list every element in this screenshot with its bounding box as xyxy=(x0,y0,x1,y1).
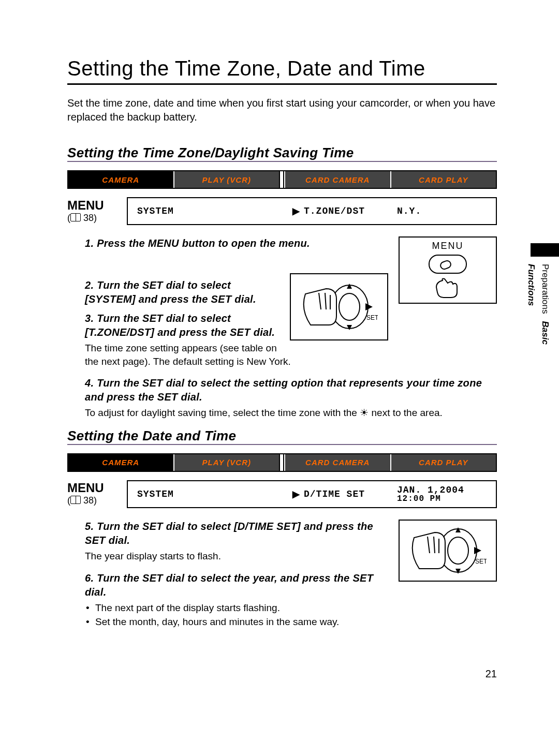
menu-setting-dt: D/TIME SET xyxy=(304,489,397,499)
section-rule-2 xyxy=(67,443,497,446)
margin-prep: Preparations xyxy=(540,264,550,314)
menu-path-box-dt: SYSTEM ▶ D/TIME SET JAN. 1,2004 12:00 PM xyxy=(127,480,497,508)
sun-icon: ☀ xyxy=(360,406,369,420)
mode-card-camera: CARD CAMERA xyxy=(284,171,390,188)
section-rule xyxy=(67,160,497,163)
arrow-icon: ▶ xyxy=(292,205,304,217)
menu-value-tz: N.Y. xyxy=(397,206,496,216)
arrow-icon-2: ▶ xyxy=(292,488,304,500)
step-2: 2. Turn the SET dial to select [SYSTEM] … xyxy=(67,278,497,306)
mode-card-camera-2: CARD CAMERA xyxy=(284,454,390,471)
margin-functions: Functions xyxy=(526,264,536,306)
mode-bar-tz: CAMERA PLAY (VCR) CARD CAMERA CARD PLAY xyxy=(67,170,497,189)
step-4-body: To adjust for daylight saving time, sele… xyxy=(67,406,497,420)
step-6: 6. Turn the SET dial to select the year,… xyxy=(67,571,497,599)
mode-separator-2 xyxy=(279,454,284,471)
menu-label: MENU ( 38) xyxy=(67,197,127,225)
step-5-body: The year display starts to flash. xyxy=(67,550,497,563)
step-4-body-b: next to the area. xyxy=(369,407,443,418)
menu-page-num: 38 xyxy=(83,213,94,223)
book-icon-2 xyxy=(70,496,81,504)
mode-play-vcr-2: PLAY (VCR) xyxy=(173,454,280,471)
mode-camera: CAMERA xyxy=(68,171,173,188)
mode-bar-dt: CAMERA PLAY (VCR) CARD CAMERA CARD PLAY xyxy=(67,453,497,472)
menu-page-ref-2: ( 38) xyxy=(67,495,127,506)
mode-card-play-2: CARD PLAY xyxy=(390,454,496,471)
mode-card-play: CARD PLAY xyxy=(390,171,496,188)
menu-label-2: MENU ( 38) xyxy=(67,480,127,508)
menu-system-2: SYSTEM xyxy=(128,489,292,499)
mode-play-vcr: PLAY (VCR) xyxy=(173,171,280,188)
step-4-body-a: To adjust for daylight saving time, sele… xyxy=(85,407,360,418)
menu-value-date: JAN. 1,2004 xyxy=(397,485,464,495)
mode-separator xyxy=(279,171,284,188)
margin-tab-block xyxy=(531,243,559,257)
section-heading-tz: Setting the Time Zone/Daylight Saving Ti… xyxy=(67,145,497,161)
title-rule xyxy=(67,83,497,85)
margin-basic: Basic xyxy=(540,321,550,345)
menu-value-time: 12:00 PM xyxy=(397,494,496,503)
step-4: 4. Turn the SET dial to select the setti… xyxy=(67,376,497,404)
menu-system: SYSTEM xyxy=(128,206,292,216)
step-6-bullet-1: The next part of the display starts flas… xyxy=(85,601,497,615)
menu-setting-tz: T.ZONE/DST xyxy=(304,206,397,216)
step-6-bullet-2: Set the month, day, hours and minutes in… xyxy=(85,615,497,629)
section-heading-dt: Setting the Date and Time xyxy=(67,428,497,444)
margin-tab: Preparations Basic Functions xyxy=(512,248,559,352)
menu-button-icon xyxy=(429,255,467,274)
page-number: 21 xyxy=(67,668,497,680)
page-title: Setting the Time Zone, Date and Time xyxy=(67,57,497,80)
step-3-body: The time zone setting appears (see table… xyxy=(67,342,497,368)
book-icon xyxy=(70,213,81,221)
mode-camera-2: CAMERA xyxy=(68,454,173,471)
menu-path-box-tz: SYSTEM ▶ T.ZONE/DST N.Y. xyxy=(127,197,497,225)
intro-paragraph: Set the time zone, date and time when yo… xyxy=(67,96,497,124)
step-1: 1. Press the MENU button to open the men… xyxy=(67,236,497,250)
menu-page-ref: ( 38) xyxy=(67,213,127,224)
menu-page-num-2: 38 xyxy=(83,495,94,506)
menu-text: MENU xyxy=(67,199,127,212)
menu-text-2: MENU xyxy=(67,482,127,494)
step-5: 5. Turn the SET dial to select [D/TIME S… xyxy=(67,520,497,547)
step-3: 3. Turn the SET dial to select [T.ZONE/D… xyxy=(67,312,497,339)
menu-value-dt: JAN. 1,2004 12:00 PM xyxy=(397,485,496,503)
